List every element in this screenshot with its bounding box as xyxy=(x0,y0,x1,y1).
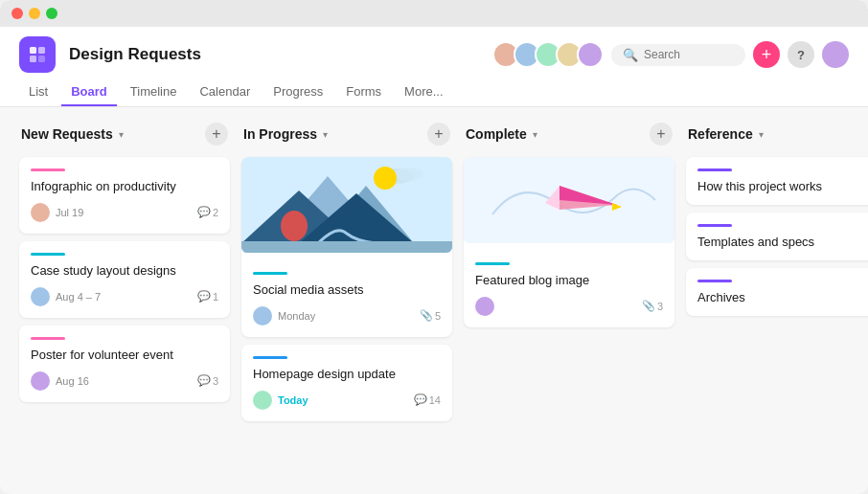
comment-icon: 💬 xyxy=(197,374,211,387)
tab-more[interactable]: More... xyxy=(395,79,452,106)
comment-icon: 💬 xyxy=(197,290,211,303)
chevron-down-icon: ▾ xyxy=(323,129,328,140)
chevron-down-icon: ▾ xyxy=(119,129,124,140)
card-title: Infographic on productivity xyxy=(31,179,218,195)
add-card-button[interactable]: + xyxy=(427,123,450,146)
close-dot[interactable] xyxy=(11,8,23,19)
add-card-button[interactable]: + xyxy=(205,123,228,146)
card-title: Case study layout designs xyxy=(31,263,218,280)
card-comment-count: 💬 14 xyxy=(414,393,441,406)
card-tag xyxy=(31,337,65,340)
tab-progress[interactable]: Progress xyxy=(263,79,332,106)
column-header-in-progress: In Progress ▾ + xyxy=(241,123,452,149)
card-meta: Aug 16 💬 3 xyxy=(31,371,218,391)
column-header-new-requests: New Requests ▾ + xyxy=(19,123,230,149)
attachment-icon: 📎 xyxy=(420,309,433,322)
avatar xyxy=(31,203,50,222)
search-bar[interactable]: 🔍 xyxy=(611,44,745,66)
card-content: Featured blog image 📎 3 xyxy=(464,253,674,327)
card-title: Social media assets xyxy=(253,282,441,299)
svg-point-6 xyxy=(395,168,423,181)
column-header-complete: Complete ▾ + xyxy=(464,123,674,149)
card-tag xyxy=(697,168,732,171)
tab-board[interactable]: Board xyxy=(61,79,117,106)
svg-rect-0 xyxy=(30,47,36,54)
svg-point-12 xyxy=(281,211,308,241)
app-window: Design Requests 🔍 + ? xyxy=(0,0,868,494)
card[interactable]: Case study layout designs Aug 4 – 7 💬 1 xyxy=(19,241,230,318)
card-meta: Jul 19 💬 2 xyxy=(31,203,218,222)
search-icon: 🔍 xyxy=(623,48,638,62)
tab-timeline[interactable]: Timeline xyxy=(121,79,187,106)
card-title: Templates and specs xyxy=(697,235,868,249)
chevron-down-icon: ▾ xyxy=(759,129,764,140)
card-image xyxy=(241,157,452,253)
tab-calendar[interactable]: Calendar xyxy=(190,79,260,106)
add-button[interactable]: + xyxy=(753,41,780,68)
card-date: Jul 19 xyxy=(56,207,192,218)
card-tag xyxy=(253,272,287,275)
app-icon xyxy=(19,36,56,73)
card-comment-count: 💬 3 xyxy=(197,374,218,387)
card[interactable]: Infographic on productivity Jul 19 💬 2 xyxy=(19,157,230,234)
card-tag xyxy=(253,356,287,359)
reference-card[interactable]: How this project works xyxy=(686,157,868,205)
column-in-progress: In Progress ▾ + xyxy=(241,123,452,421)
column-title-reference: Reference xyxy=(688,126,753,142)
reference-card[interactable]: Templates and specs xyxy=(686,213,868,260)
card-title: Featured blog image xyxy=(475,273,663,289)
board: New Requests ▾ + Infographic on producti… xyxy=(0,107,868,494)
header: Design Requests 🔍 + ? xyxy=(0,27,868,107)
card-image xyxy=(464,157,674,243)
card-meta: Monday 📎 5 xyxy=(253,306,441,326)
column-title-new-requests: New Requests xyxy=(21,126,113,142)
avatar xyxy=(475,297,494,316)
user-avatar[interactable] xyxy=(822,41,849,68)
tab-list[interactable]: List xyxy=(19,79,57,106)
card-meta: Aug 4 – 7 💬 1 xyxy=(31,287,218,306)
card-date: Aug 4 – 7 xyxy=(56,291,192,303)
card[interactable]: Social media assets Monday 📎 5 xyxy=(241,157,452,337)
svg-rect-13 xyxy=(241,241,452,253)
search-input[interactable] xyxy=(644,48,740,61)
card-attachment-count: 📎 5 xyxy=(420,309,441,322)
tab-forms[interactable]: Forms xyxy=(336,79,391,106)
add-card-button[interactable]: + xyxy=(650,123,673,146)
card[interactable]: Homepage design update Today 💬 14 xyxy=(241,345,452,421)
card-comment-count: 💬 1 xyxy=(197,290,218,303)
card-comment-count: 💬 2 xyxy=(197,206,218,218)
column-header-reference: Reference ▾ + xyxy=(686,123,868,149)
titlebar xyxy=(0,0,868,27)
help-button[interactable]: ? xyxy=(788,41,814,68)
project-title: Design Requests xyxy=(69,45,479,64)
reference-card[interactable]: Archives xyxy=(686,268,868,316)
card-date: Today xyxy=(278,394,408,406)
avatar-group xyxy=(492,41,604,68)
card-meta: Today 💬 14 xyxy=(253,391,441,410)
header-right: 🔍 + ? xyxy=(492,41,849,68)
column-new-requests: New Requests ▾ + Infographic on producti… xyxy=(19,123,230,402)
card-tag xyxy=(31,168,65,171)
card[interactable]: Featured blog image 📎 3 xyxy=(464,157,674,327)
chevron-down-icon: ▾ xyxy=(533,129,537,140)
attachment-icon: 📎 xyxy=(642,300,655,312)
maximize-dot[interactable] xyxy=(46,8,57,19)
minimize-dot[interactable] xyxy=(29,8,40,19)
card[interactable]: Poster for volunteer event Aug 16 💬 3 xyxy=(19,326,230,402)
card-date: Monday xyxy=(278,310,414,322)
card-title: Homepage design update xyxy=(253,367,441,383)
svg-point-7 xyxy=(374,167,397,190)
card-content: Social media assets Monday 📎 5 xyxy=(241,262,452,337)
card-title: Archives xyxy=(697,290,868,304)
svg-rect-2 xyxy=(30,56,36,62)
svg-rect-3 xyxy=(38,56,45,62)
nav-tabs: List Board Timeline Calendar Progress Fo… xyxy=(19,79,849,106)
column-title-complete: Complete xyxy=(466,126,527,142)
card-title: Poster for volunteer event xyxy=(31,348,218,364)
card-tag xyxy=(697,280,732,282)
avatar xyxy=(253,391,272,410)
card-date: Aug 16 xyxy=(56,375,192,387)
card-tag xyxy=(697,224,732,227)
column-reference: Reference ▾ + How this project works Tem… xyxy=(686,123,868,316)
svg-rect-1 xyxy=(38,47,45,54)
